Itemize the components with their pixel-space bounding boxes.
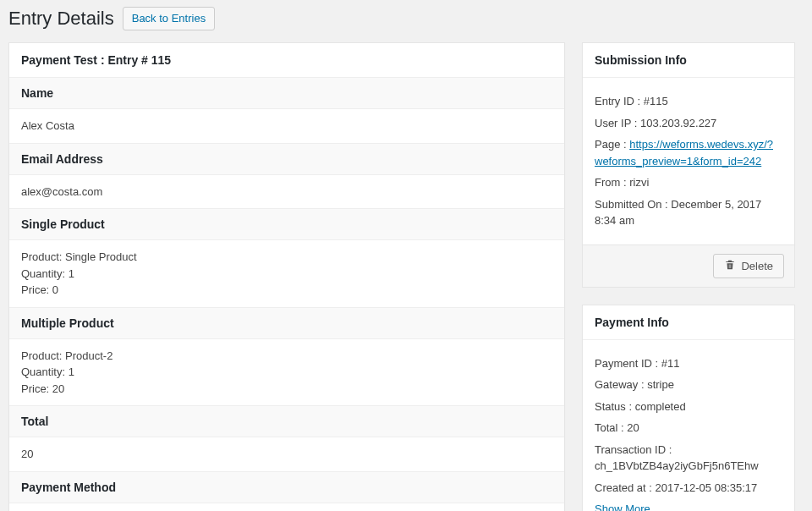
delete-button-label: Delete [741, 260, 773, 272]
field-label-payment-method: Payment Method [9, 471, 564, 503]
payment-status: Status : completed [595, 398, 782, 415]
payment-created-at: Created at : 2017-12-05 08:35:17 [595, 480, 782, 497]
entry-panel-title: Payment Test : Entry # 115 [9, 43, 564, 78]
submission-info-title: Submission Info [583, 43, 794, 78]
submission-info-panel: Submission Info Entry ID : #115 User IP … [582, 42, 795, 245]
payment-total: Total : 20 [595, 420, 782, 437]
field-label-single-product: Single Product [9, 208, 564, 240]
page-title: Entry Details [8, 8, 114, 30]
page-header: Entry Details Back to Entries [8, 0, 795, 42]
show-more-link[interactable]: Show More [595, 503, 650, 511]
field-label-email: Email Address [9, 143, 564, 175]
field-value-total: 20 [9, 437, 564, 471]
field-label-name: Name [9, 78, 564, 109]
field-value-email: alex@costa.com [9, 175, 564, 209]
payment-info-panel: Payment Info Payment ID : #11 Gateway : … [582, 305, 795, 512]
payment-gateway: Gateway : stripe [595, 376, 782, 393]
submission-page: Page : https://weforms.wedevs.xyz/?wefor… [595, 136, 782, 169]
delete-row: Delete [582, 245, 795, 288]
payment-transaction: Transaction ID : ch_1BVbtZB4ay2iyGbFj5n6… [595, 442, 782, 475]
trash-icon [724, 259, 736, 273]
payment-id: Payment ID : #11 [595, 355, 782, 372]
field-value-payment-method: stripe [9, 503, 564, 512]
field-value-multiple-product: Product: Product-2 Quantity: 1 Price: 20 [9, 339, 564, 406]
field-value-name: Alex Costa [9, 109, 564, 143]
submission-entry-id: Entry ID : #115 [595, 93, 782, 110]
field-value-single-product: Product: Single Product Quantity: 1 Pric… [9, 240, 564, 307]
back-to-entries-button[interactable]: Back to Entries [123, 7, 215, 30]
entry-details-panel: Payment Test : Entry # 115 Name Alex Cos… [8, 42, 565, 511]
payment-info-title: Payment Info [583, 305, 794, 340]
submission-from: From : rizvi [595, 174, 782, 191]
submission-user-ip: User IP : 103.203.92.227 [595, 115, 782, 132]
field-label-total: Total [9, 405, 564, 437]
delete-button[interactable]: Delete [713, 254, 784, 278]
field-label-multiple-product: Multiple Product [9, 307, 564, 339]
submission-submitted-on: Submitted On : December 5, 2017 8:34 am [595, 196, 782, 229]
